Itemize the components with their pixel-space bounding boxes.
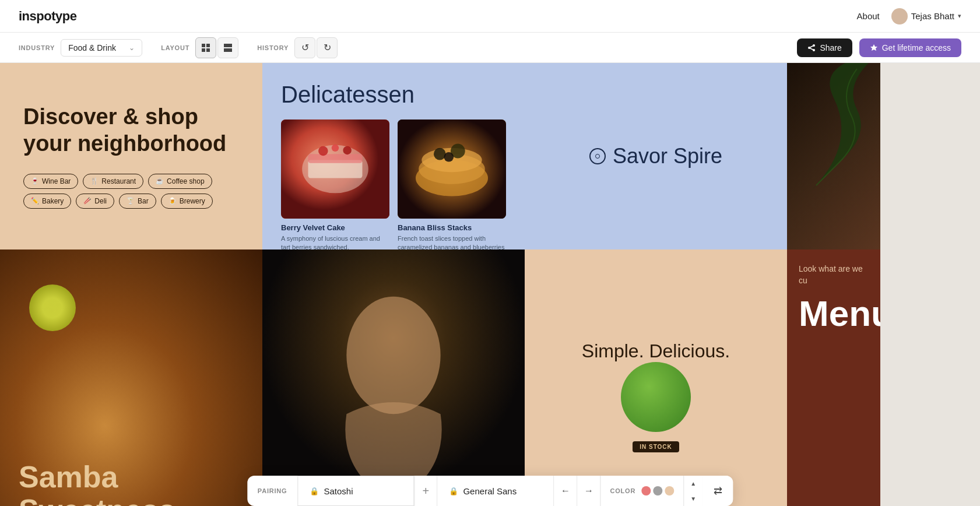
coffee-shop-label: Coffee shop: [167, 177, 205, 185]
split-layout-button[interactable]: [217, 37, 238, 58]
svg-rect-5: [224, 48, 232, 52]
person-card: [262, 250, 525, 506]
bakery-label: Bakery: [42, 197, 64, 205]
wine-bar-tag[interactable]: 🍷 Wine Bar: [23, 174, 78, 189]
restaurant-tag[interactable]: 🍴 Restaurant: [83, 174, 143, 189]
restaurant-icon: 🍴: [90, 177, 99, 185]
color-dot-1[interactable]: [641, 486, 651, 496]
photo-background: [787, 63, 880, 250]
svg-point-25: [444, 152, 454, 162]
industry-label: INDUSTRY: [19, 44, 55, 51]
svg-marker-11: [870, 44, 877, 51]
chevron-down-icon: ▾: [958, 12, 961, 20]
svg-point-18: [343, 146, 351, 154]
stacks-image: [398, 120, 506, 219]
color-section: COLOR: [600, 476, 684, 506]
font1-name: Satoshi: [324, 486, 353, 496]
savor-card: Savor Spire: [525, 63, 787, 250]
bakery-icon: ✏️: [31, 197, 39, 205]
font2-name: General Sans: [463, 486, 517, 496]
drink-card: Samba Sweetness: [0, 250, 262, 506]
svg-rect-2: [202, 48, 205, 52]
cake-image: [281, 120, 389, 219]
deli-label: Deli: [94, 197, 107, 205]
user-name: Tejas Bhatt: [911, 11, 954, 21]
deli-tag[interactable]: 🥢 Deli: [76, 194, 114, 209]
brewery-icon: 🍺: [168, 197, 177, 205]
bar-tag[interactable]: 🍸 Bar: [119, 194, 156, 209]
font1-pill[interactable]: 🔒 Satoshi: [297, 476, 414, 506]
up-button[interactable]: ▲: [684, 476, 702, 491]
lime-decoration: [29, 284, 76, 331]
drink-text-line2: Sweetness: [19, 494, 175, 506]
in-stock-badge: IN STOCK: [633, 441, 679, 452]
header: inspotype About Tejas Bhatt ▾: [0, 0, 980, 33]
color-dot-3[interactable]: [665, 486, 674, 496]
svg-rect-1: [206, 44, 210, 47]
add-font-button[interactable]: +: [414, 476, 437, 506]
shuffle-button[interactable]: ⇄: [702, 476, 733, 506]
down-button[interactable]: ▼: [684, 491, 702, 506]
industry-section: INDUSTRY Food & Drink ⌄: [19, 39, 142, 57]
svg-point-16: [318, 146, 328, 156]
simple-text: Simple. Delicious.: [582, 340, 730, 362]
up-down-buttons: ▲ ▼: [684, 476, 702, 506]
font2-pill[interactable]: 🔒 General Sans: [437, 476, 554, 506]
layout-buttons: [195, 37, 238, 58]
drink-background: Samba Sweetness: [0, 250, 262, 506]
avatar: [891, 8, 908, 24]
menu-label: Menu: [799, 296, 869, 332]
wine-bar-label: Wine Bar: [42, 177, 71, 185]
history-section: HISTORY ↺ ↻: [257, 37, 338, 58]
lifetime-button[interactable]: Get lifetime access: [859, 38, 961, 57]
brewery-label: Brewery: [180, 197, 205, 205]
prev-button[interactable]: ←: [554, 476, 577, 506]
wine-icon: 🍷: [31, 177, 39, 185]
lifetime-label: Get lifetime access: [882, 43, 951, 52]
pairing-bar: PAIRING 🔒 Satoshi + 🔒 General Sans ← → C…: [247, 476, 733, 506]
svg-point-23: [434, 148, 446, 160]
industry-select[interactable]: Food & Drink ⌄: [61, 39, 142, 57]
share-button[interactable]: Share: [797, 38, 852, 57]
cake-name: Berry Velvet Cake: [281, 223, 389, 232]
svg-point-27: [346, 297, 440, 414]
restaurant-label: Restaurant: [101, 177, 136, 185]
toolbar: INDUSTRY Food & Drink ⌄ LAYOUT HISTORY ↺…: [0, 33, 980, 63]
toolbar-right: Share Get lifetime access: [797, 38, 961, 57]
bar-icon: 🍸: [127, 197, 135, 205]
layout-section: LAYOUT: [161, 37, 238, 58]
deli-icon: 🥢: [83, 197, 92, 205]
redo-button[interactable]: ↻: [317, 37, 338, 58]
svg-line-10: [809, 48, 814, 50]
svg-rect-3: [206, 48, 210, 52]
coffee-icon: ☕: [156, 177, 164, 185]
photo-card-partial: [787, 63, 880, 250]
savor-label: Savor Spire: [613, 144, 722, 168]
menu-card-partial: Look what are we cu Menu: [787, 250, 880, 506]
delicatessen-card: Delicatessen: [262, 63, 525, 250]
look-text: Look what are we cu: [799, 263, 869, 286]
brewery-tag[interactable]: 🍺 Brewery: [161, 194, 213, 209]
undo-button[interactable]: ↺: [294, 37, 315, 58]
tags-container: 🍷 Wine Bar 🍴 Restaurant ☕ Coffee shop ✏️…: [23, 174, 239, 209]
layout-wrapper: Discover & shop your neighborhood 🍷 Wine…: [0, 63, 980, 506]
header-right: About Tejas Bhatt ▾: [857, 8, 961, 24]
svg-line-9: [809, 45, 814, 48]
coffee-shop-tag[interactable]: ☕ Coffee shop: [148, 174, 212, 189]
svg-rect-0: [202, 44, 205, 47]
select-arrow-icon: ⌄: [129, 44, 135, 52]
cake-item: Berry Velvet Cake A symphony of luscious…: [281, 120, 389, 266]
bakery-tag[interactable]: ✏️ Bakery: [23, 194, 71, 209]
drink-text-container: Samba Sweetness: [19, 461, 175, 506]
logo: inspotype: [19, 9, 76, 24]
user-menu[interactable]: Tejas Bhatt ▾: [891, 8, 961, 24]
simple-card: Simple. Delicious. IN STOCK: [525, 250, 787, 506]
delicatessen-title: Delicatessen: [281, 82, 506, 108]
about-link[interactable]: About: [857, 11, 880, 21]
color-dot-2[interactable]: [653, 486, 662, 496]
discover-card: Discover & shop your neighborhood 🍷 Wine…: [0, 63, 262, 250]
row2: Samba Sweetness: [0, 250, 980, 506]
grid-layout-button[interactable]: [195, 37, 216, 58]
layout-label: LAYOUT: [161, 44, 189, 51]
next-button[interactable]: →: [577, 476, 600, 506]
